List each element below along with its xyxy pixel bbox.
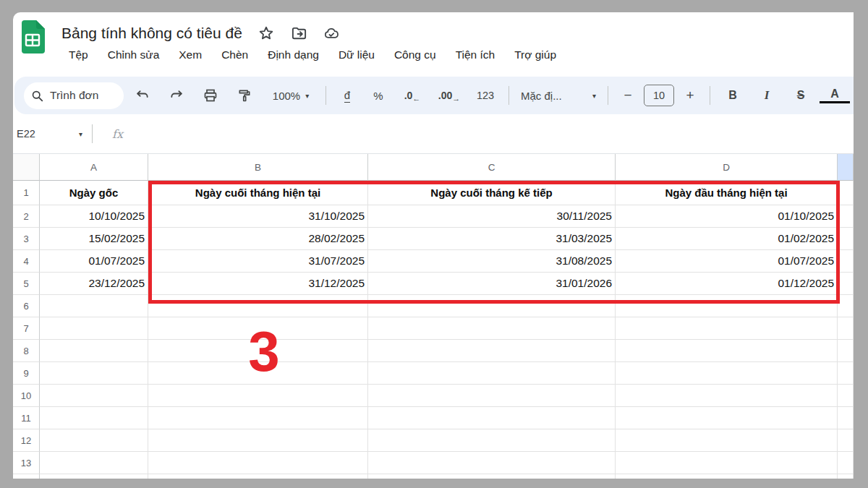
paint-format-button[interactable] — [229, 82, 260, 109]
zoom-selector[interactable]: 100% ▾ — [263, 82, 318, 109]
cell-A13[interactable] — [40, 452, 148, 474]
format-percent-button[interactable]: % — [365, 82, 392, 109]
cell-D2[interactable]: 01/10/2025 — [616, 205, 838, 228]
cell-B6[interactable] — [148, 295, 368, 317]
cell-D9[interactable] — [616, 362, 838, 385]
cell-E12[interactable] — [838, 429, 854, 452]
row-header-10[interactable]: 10 — [13, 385, 40, 407]
cell-A4[interactable]: 01/07/2025 — [40, 250, 148, 273]
cell-E1[interactable] — [838, 181, 854, 205]
row-header-11[interactable]: 11 — [13, 407, 40, 429]
row-header-6[interactable]: 6 — [13, 295, 40, 317]
row-header-14[interactable]: 14 — [13, 474, 40, 479]
cell-C4[interactable]: 31/08/2025 — [368, 250, 616, 273]
cell-D13[interactable] — [616, 452, 838, 474]
col-header-D[interactable]: D — [616, 154, 838, 181]
menu-edit[interactable]: Chỉnh sửa — [108, 48, 160, 61]
name-box[interactable]: E22 ▾ — [13, 128, 88, 140]
increase-decimal-button[interactable]: .00→ — [433, 82, 466, 109]
cell-A6[interactable] — [40, 295, 148, 317]
google-sheets-logo-icon[interactable] — [20, 20, 45, 53]
cell-A10[interactable] — [40, 385, 148, 407]
italic-button[interactable]: I — [752, 82, 782, 109]
cell-D6[interactable] — [616, 295, 838, 317]
cell-E4[interactable] — [838, 250, 854, 273]
cell-B5[interactable]: 31/12/2025 — [148, 273, 368, 295]
cell-B10[interactable] — [148, 385, 368, 407]
cell-B14[interactable] — [148, 474, 368, 479]
cell-E8[interactable] — [838, 340, 854, 362]
cell-B2[interactable]: 31/10/2025 — [148, 205, 368, 228]
cell-C7[interactable] — [368, 317, 616, 340]
cell-A12[interactable] — [40, 429, 148, 452]
cell-B13[interactable] — [148, 452, 368, 474]
cell-D12[interactable] — [616, 429, 838, 452]
cell-D8[interactable] — [616, 340, 838, 362]
row-header-5[interactable]: 5 — [13, 273, 40, 295]
cell-A9[interactable] — [40, 362, 148, 385]
cell-B4[interactable]: 31/07/2025 — [148, 250, 368, 273]
cell-A8[interactable] — [40, 340, 148, 362]
cell-C10[interactable] — [368, 385, 616, 407]
row-header-2[interactable]: 2 — [13, 205, 40, 228]
cell-C5[interactable]: 31/01/2026 — [368, 273, 616, 295]
cell-E10[interactable] — [838, 385, 854, 407]
menu-insert[interactable]: Chèn — [221, 48, 248, 61]
cell-E9[interactable] — [838, 362, 854, 385]
move-to-folder-icon[interactable] — [291, 25, 307, 42]
decrease-font-size-button[interactable]: − — [616, 82, 640, 109]
cell-C3[interactable]: 31/03/2025 — [368, 228, 616, 250]
undo-button[interactable] — [127, 82, 158, 109]
cell-B3[interactable]: 28/02/2025 — [148, 228, 368, 250]
row-header-8[interactable]: 8 — [13, 340, 40, 362]
row-header-4[interactable]: 4 — [13, 250, 40, 273]
cell-A11[interactable] — [40, 407, 148, 429]
cell-D10[interactable] — [616, 385, 838, 407]
cell-B12[interactable] — [148, 429, 368, 452]
col-header-A[interactable]: A — [40, 154, 148, 181]
menu-extensions[interactable]: Tiện ích — [456, 48, 495, 61]
cell-D1[interactable]: Ngày đầu tháng hiện tại — [616, 181, 838, 205]
increase-font-size-button[interactable]: + — [678, 82, 702, 109]
document-title[interactable]: Bảng tính không có tiêu đề — [61, 25, 242, 42]
cell-A1[interactable]: Ngày gốc — [40, 181, 148, 205]
cell-C6[interactable] — [368, 295, 616, 317]
cell-C13[interactable] — [368, 452, 616, 474]
search-menus-button[interactable]: Trình đơn — [24, 82, 124, 109]
cell-A3[interactable]: 15/02/2025 — [40, 228, 148, 250]
star-icon[interactable] — [258, 25, 275, 42]
menu-help[interactable]: Trợ giúp — [514, 48, 556, 61]
cell-D3[interactable]: 01/02/2025 — [616, 228, 838, 250]
cell-A5[interactable]: 23/12/2025 — [40, 273, 148, 295]
cell-C14[interactable] — [368, 474, 616, 479]
cell-D5[interactable]: 01/12/2025 — [616, 273, 838, 295]
cell-C1[interactable]: Ngày cuối tháng kế tiếp — [368, 181, 616, 205]
row-header-1[interactable]: 1 — [13, 181, 40, 205]
formula-input[interactable] — [123, 114, 854, 153]
row-header-7[interactable]: 7 — [13, 317, 40, 340]
cell-C12[interactable] — [368, 429, 616, 452]
cell-D4[interactable]: 01/07/2025 — [616, 250, 838, 273]
menu-data[interactable]: Dữ liệu — [339, 48, 375, 61]
cell-A14[interactable] — [40, 474, 148, 479]
number-format-button[interactable]: 123 — [469, 82, 501, 109]
cell-E7[interactable] — [838, 317, 854, 340]
cell-E14[interactable] — [838, 474, 854, 479]
decrease-decimal-button[interactable]: .0← — [396, 82, 429, 109]
cell-C11[interactable] — [368, 407, 616, 429]
cell-C9[interactable] — [368, 362, 616, 385]
cell-D11[interactable] — [616, 407, 838, 429]
cell-A2[interactable]: 10/10/2025 — [40, 205, 148, 228]
cloud-saved-icon[interactable] — [323, 25, 340, 42]
cell-B11[interactable] — [148, 407, 368, 429]
cell-B1[interactable]: Ngày cuối tháng hiện tại — [148, 181, 368, 205]
col-header-E[interactable] — [838, 154, 854, 181]
print-button[interactable] — [195, 82, 226, 109]
strikethrough-button[interactable]: S — [786, 82, 816, 109]
cell-E2[interactable] — [838, 205, 854, 228]
menu-file[interactable]: Tệp — [69, 48, 88, 61]
cell-C2[interactable]: 30/11/2025 — [368, 205, 616, 228]
cell-E5[interactable] — [838, 273, 854, 295]
menu-tools[interactable]: Công cụ — [394, 48, 436, 61]
text-color-button[interactable]: A — [820, 87, 850, 103]
